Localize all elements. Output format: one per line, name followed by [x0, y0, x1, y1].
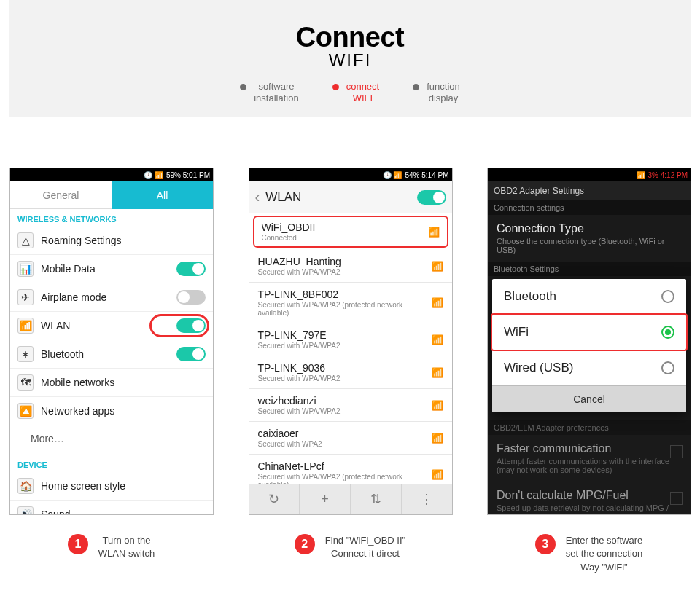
caption-text: Enter the softwareset the connectionWay …	[566, 534, 643, 574]
section-connection: Connection settings	[488, 200, 691, 215]
dialog-option[interactable]: Bluetooth	[492, 279, 686, 315]
wifi-network[interactable]: TP-LINK_797ESecured with WPA/WPA2📶	[249, 323, 452, 356]
wifi-network[interactable]: HUAZHU_HantingSecured with WPA/WPA2📶	[249, 250, 452, 283]
section-obd2elm: OBD2/ELM Adapter preferences	[488, 420, 691, 435]
caption-text: Turn on theWLAN switch	[98, 534, 155, 560]
network-status: Secured with WPA/WPA2	[258, 374, 427, 382]
network-name: ChinaNet-LPcf	[258, 460, 427, 472]
radio[interactable]	[661, 290, 674, 303]
status-bar: 📶3% 4:12 PM	[488, 168, 691, 181]
wifi-network[interactable]: caixiaoerSecured with WPA2📶	[249, 422, 452, 455]
sort-icon[interactable]: ⇅	[351, 484, 402, 514]
settings-row[interactable]: 📊Mobile Data	[10, 255, 213, 283]
section-bluetooth: Bluetooth Settings	[488, 262, 691, 276]
wifi-network[interactable]: TP-LINK_8BF002Secured with WPA/WPA2 (pro…	[249, 283, 452, 323]
network-status: Connected	[262, 234, 424, 242]
status-bar: 🕓 📶59% 5:01 PM	[10, 168, 213, 181]
network-status: Secured with WPA/WPA2	[258, 407, 427, 415]
settings-row[interactable]: 📶WLAN	[10, 312, 213, 340]
setting-label: Bluetooth	[41, 348, 176, 360]
radio[interactable]	[661, 361, 674, 374]
mpg-row[interactable]: Don't calculate MPG/Fuel Speed up data r…	[488, 482, 691, 515]
breadcrumb-item: softwareinstallation	[240, 81, 298, 103]
setting-icon: 📊	[18, 261, 34, 277]
settings-row[interactable]: 🏠Home screen style	[10, 472, 213, 501]
setting-label: Roaming Settings	[41, 235, 206, 246]
wlan-title: WLAN	[265, 190, 416, 205]
settings-row[interactable]: ✈Airplane mode	[10, 283, 213, 312]
wifi-icon: 📶	[428, 227, 440, 238]
setting-icon: ∗	[18, 346, 34, 362]
phone-settings: 🕓 📶59% 5:01 PM General All WIRELESS & NE…	[9, 168, 214, 515]
tabs: General All	[10, 181, 213, 209]
bottom-bar: ↻ + ⇅ ⋮	[249, 484, 452, 514]
network-name: TP-LINK_8BF002	[258, 289, 427, 300]
wifi-icon: 📶	[432, 261, 443, 272]
wlan-toggle[interactable]	[417, 190, 446, 205]
breadcrumb-item: connectWIFI	[332, 81, 380, 103]
breadcrumb-item: functiondisplay	[413, 81, 460, 103]
settings-row[interactable]: 🔼Networked apps	[10, 397, 213, 425]
setting-icon: 📶	[18, 318, 34, 334]
network-name: caixiaoer	[258, 428, 427, 439]
add-icon[interactable]: +	[300, 484, 351, 514]
caption: 3Enter the softwareset the connectionWay…	[487, 534, 691, 574]
setting-label: Networked apps	[41, 405, 206, 417]
wifi-network[interactable]: TP-LINK_9036Secured with WPA/WPA2📶	[249, 356, 452, 389]
dot-icon	[413, 84, 419, 90]
phone-adapter-settings: 📶3% 4:12 PM OBD2 Adapter Settings Connec…	[487, 168, 691, 515]
refresh-icon[interactable]: ↻	[249, 484, 300, 514]
back-icon[interactable]: ‹	[255, 189, 260, 205]
breadcrumb: softwareinstallationconnectWIFIfunctiond…	[9, 81, 691, 103]
settings-row[interactable]: 🗺Mobile networks	[10, 369, 213, 397]
wlan-header: ‹ WLAN	[249, 181, 452, 213]
settings-row[interactable]: ∗Bluetooth	[10, 340, 213, 369]
tab-all[interactable]: All	[112, 181, 213, 209]
setting-label: Mobile networks	[41, 377, 206, 388]
toggle[interactable]	[176, 290, 206, 305]
setting-label: Sound	[41, 509, 206, 515]
setting-icon: 🔼	[18, 403, 34, 419]
toggle[interactable]	[176, 262, 206, 276]
wifi-icon: 📶	[432, 433, 443, 444]
dialog-option[interactable]: Wired (USB)	[492, 350, 686, 385]
setting-label: Home screen style	[41, 480, 206, 492]
toggle[interactable]	[176, 347, 206, 361]
settings-row[interactable]: △Roaming Settings	[10, 227, 213, 255]
step-badge: 2	[295, 534, 315, 554]
cancel-button[interactable]: Cancel	[492, 385, 686, 412]
more-link[interactable]: More…	[10, 425, 213, 452]
wifi-network[interactable]: WiFi_OBDIIConnected📶	[253, 216, 448, 248]
connection-type-row[interactable]: Connection Type Choose the connection ty…	[488, 215, 691, 262]
tab-general[interactable]: General	[10, 181, 112, 209]
setting-icon: 🗺	[18, 374, 34, 391]
wifi-icon: 📶	[432, 334, 443, 345]
caption-text: Find "WiFi_OBD II"Connect it direct	[325, 534, 405, 560]
caption: 2Find "WiFi_OBD II"Connect it direct	[249, 534, 452, 574]
page-header: OBD2 Adapter Settings	[488, 181, 691, 200]
setting-label: WLAN	[41, 320, 176, 332]
network-status: Secured with WPA/WPA2	[258, 268, 427, 276]
wifi-icon: 📶	[432, 367, 443, 378]
option-label: Wired (USB)	[504, 361, 661, 375]
setting-label: Airplane mode	[41, 291, 176, 303]
checkbox[interactable]	[670, 492, 683, 505]
faster-comm-row[interactable]: Faster communication Attempt faster comm…	[488, 435, 691, 482]
dot-icon	[240, 84, 246, 90]
network-name: TP-LINK_797E	[258, 329, 427, 341]
settings-row[interactable]: 🔊Sound	[10, 501, 213, 515]
phone-wlan: 🕓 📶54% 5:14 PM ‹ WLAN WiFi_OBDIIConnecte…	[249, 168, 453, 515]
connection-type-dialog: BluetoothWiFiWired (USB) Cancel	[492, 279, 686, 412]
dialog-option[interactable]: WiFi	[492, 315, 686, 350]
network-name: WiFi_OBDII	[262, 221, 424, 233]
toggle[interactable]	[176, 318, 206, 333]
wifi-network[interactable]: weizhedianziSecured with WPA/WPA2📶	[249, 389, 452, 422]
network-status: Secured with WPA2	[258, 440, 427, 448]
radio[interactable]	[661, 326, 674, 339]
network-name: HUAZHU_Hanting	[258, 256, 427, 267]
menu-icon[interactable]: ⋮	[402, 484, 452, 514]
caption: 1Turn on theWLAN switch	[9, 534, 213, 574]
option-label: Bluetooth	[504, 289, 661, 304]
status-bar: 🕓 📶54% 5:14 PM	[249, 168, 452, 181]
checkbox[interactable]	[670, 445, 683, 458]
